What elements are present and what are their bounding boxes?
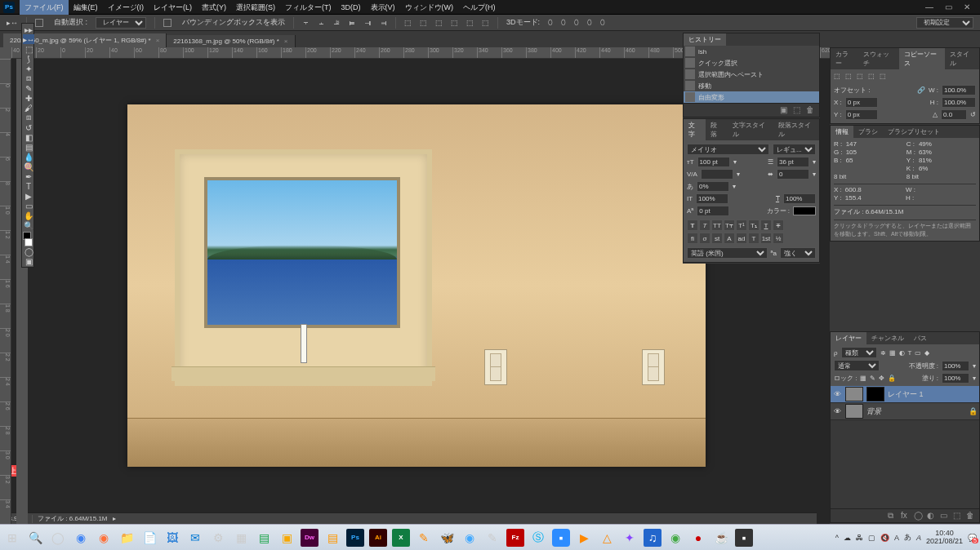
- height-input[interactable]: [942, 97, 976, 108]
- app-icon[interactable]: ▤: [255, 529, 273, 547]
- tray-volume-icon[interactable]: 🔇: [880, 534, 889, 542]
- tray-cloud-icon[interactable]: ☁: [844, 534, 851, 542]
- dreamweaver-icon[interactable]: Dw: [301, 529, 318, 547]
- maximize-button[interactable]: ▭: [945, 2, 952, 11]
- media-icon[interactable]: ▶: [575, 529, 593, 547]
- history-item[interactable]: lsh: [684, 46, 819, 57]
- auto-select-check[interactable]: [35, 19, 43, 27]
- align-left-icon[interactable]: ⫢: [349, 19, 356, 27]
- menu-help[interactable]: ヘルプ(H): [458, 0, 501, 15]
- adjustment-icon[interactable]: ◐: [927, 511, 937, 521]
- healing-tool[interactable]: ✚: [23, 93, 34, 103]
- zoom-icon[interactable]: ▪: [552, 529, 570, 547]
- tab-icon[interactable]: ▸▸: [23, 24, 34, 34]
- ime-icon[interactable]: A: [916, 534, 921, 542]
- lasso-tool[interactable]: ⟆: [23, 54, 34, 64]
- distribute-icon[interactable]: ⬚: [482, 19, 489, 27]
- tab-history[interactable]: ヒストリー: [684, 33, 726, 46]
- document-info[interactable]: ファイル : 6.64M/15.1M: [38, 514, 107, 523]
- layer-row[interactable]: 👁 レイヤー 1: [831, 386, 979, 403]
- app-icon[interactable]: ▣: [278, 529, 296, 547]
- history-new-icon[interactable]: ⬚: [793, 105, 803, 115]
- filter-shape-icon[interactable]: ▭: [915, 349, 921, 357]
- brush-tool[interactable]: 🖌: [23, 103, 34, 113]
- zoom-tool[interactable]: 🔍: [23, 220, 34, 230]
- quick-mask-button[interactable]: ◯: [23, 246, 34, 256]
- terminal-icon[interactable]: ▪: [735, 529, 753, 547]
- link-layers-icon[interactable]: ⧉: [888, 511, 898, 521]
- opentype-button[interactable]: 1st: [760, 233, 772, 244]
- tab-brush[interactable]: ブラシ: [853, 126, 883, 138]
- align-vcenter-icon[interactable]: ⫠: [318, 19, 325, 27]
- search-button[interactable]: 🔍: [26, 529, 44, 547]
- tab-layers[interactable]: レイヤー: [831, 332, 866, 344]
- app-icon[interactable]: 🦋: [438, 529, 456, 547]
- opentype-button[interactable]: ad: [736, 233, 747, 244]
- outlook-icon[interactable]: ✉: [186, 529, 204, 547]
- record-icon[interactable]: ●: [689, 529, 707, 547]
- layer-kind-select[interactable]: 種類: [841, 347, 877, 358]
- new-layer-icon[interactable]: ⬚: [953, 511, 963, 521]
- tab-color[interactable]: カラー: [831, 48, 858, 69]
- distribute-icon[interactable]: ⬚: [466, 19, 474, 27]
- menu-type[interactable]: 書式(Y): [197, 0, 231, 15]
- underline-button[interactable]: T: [760, 220, 772, 231]
- y-input[interactable]: [845, 109, 878, 120]
- font-style-select[interactable]: レギュ...: [773, 144, 816, 155]
- x-input[interactable]: [845, 97, 878, 108]
- tab-info[interactable]: 情報: [831, 126, 853, 138]
- width-input[interactable]: [942, 85, 976, 95]
- tab-copysource[interactable]: コピーソース: [899, 48, 946, 69]
- hscale-input[interactable]: [783, 193, 816, 204]
- tab-styles[interactable]: スタイル: [945, 48, 979, 69]
- subscript-button[interactable]: T₁: [748, 220, 760, 231]
- menu-select[interactable]: 選択範囲(S): [231, 0, 280, 15]
- history-item[interactable]: クイック選択: [684, 57, 819, 69]
- stamp-tool[interactable]: ⧇: [23, 113, 34, 122]
- photoshop-icon[interactable]: Ps: [346, 529, 364, 547]
- layer-mask-thumbnail[interactable]: [866, 387, 884, 401]
- text-color-swatch[interactable]: [793, 206, 816, 215]
- align-top-icon[interactable]: ⫟: [302, 19, 310, 27]
- delete-icon[interactable]: 🗑: [966, 511, 976, 521]
- ruler-vertical[interactable]: 024681 01 21 41 61 82 02 22 42 62 83 03 …: [0, 59, 11, 524]
- show-bounds-check[interactable]: [163, 19, 172, 27]
- strike-button[interactable]: T: [773, 220, 784, 231]
- lock-position-icon[interactable]: ✥: [879, 375, 884, 382]
- font-family-select[interactable]: メイリオ: [687, 144, 769, 155]
- delete-icon[interactable]: 🗑: [806, 105, 816, 115]
- fill-input[interactable]: [942, 373, 969, 384]
- tab-paragraph[interactable]: 段落: [706, 119, 728, 140]
- ruler-origin[interactable]: [0, 47, 11, 59]
- task-view-button[interactable]: ◯: [49, 529, 67, 547]
- italic-button[interactable]: T: [699, 220, 710, 231]
- clone-source-icon[interactable]: ⬚: [845, 73, 852, 80]
- illustrator-icon[interactable]: Ai: [369, 529, 387, 547]
- menu-image[interactable]: イメージ(I): [103, 0, 149, 15]
- clone-source-icon[interactable]: ⬚: [857, 73, 863, 80]
- distribute-icon[interactable]: ⬚: [451, 19, 458, 27]
- distribute-icon[interactable]: ⬚: [420, 19, 427, 27]
- mode-3d-icon[interactable]: ⬯: [561, 18, 566, 27]
- filter-smart-icon[interactable]: ◆: [924, 349, 929, 357]
- layer-row[interactable]: 👁 背景 🔒: [831, 403, 979, 420]
- opentype-button[interactable]: fi: [687, 233, 698, 244]
- vscale-input[interactable]: [696, 193, 728, 204]
- tray-icon[interactable]: ▢: [868, 534, 875, 542]
- layer-fx-icon[interactable]: fx: [901, 511, 911, 521]
- font-size-input[interactable]: [697, 157, 730, 167]
- workspace-select[interactable]: 初期設定: [916, 17, 973, 29]
- tray-network-icon[interactable]: 🖧: [856, 534, 863, 542]
- reset-icon[interactable]: ↺: [970, 111, 976, 118]
- firefox-icon[interactable]: ◉: [95, 529, 113, 547]
- screen-mode-button[interactable]: ▣: [23, 256, 34, 266]
- history-brush-tool[interactable]: ↺: [23, 122, 34, 132]
- mode-3d-icon[interactable]: ⬯: [600, 18, 605, 27]
- app-icon[interactable]: ◉: [666, 529, 684, 547]
- tsume-input[interactable]: [697, 181, 729, 192]
- dodge-tool[interactable]: 🍭: [23, 162, 34, 171]
- menu-filter[interactable]: フィルター(T): [280, 0, 336, 15]
- filezilla-icon[interactable]: Fz: [506, 529, 524, 547]
- ime-icon[interactable]: A: [894, 534, 899, 542]
- sublime-icon[interactable]: ▤: [323, 529, 341, 547]
